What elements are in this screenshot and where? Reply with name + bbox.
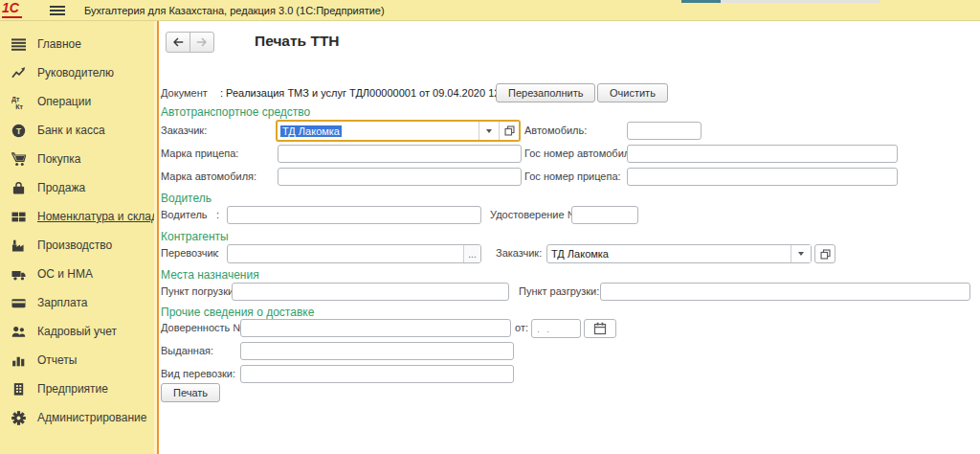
license-label: Удостоверение №: — [490, 206, 582, 224]
car-label: Автомобиль: — [524, 122, 587, 140]
sidebar-item-label: Операции — [37, 95, 91, 108]
poa-number-label: Доверенность №: — [161, 319, 247, 337]
truck-icon — [10, 267, 27, 282]
clear-button[interactable]: Очистить — [597, 83, 668, 102]
hamburger-menu-icon[interactable] — [50, 6, 65, 15]
gear-icon — [10, 411, 27, 425]
car-brand-label: Марка автомобиля: — [161, 168, 256, 186]
card-icon — [10, 296, 27, 310]
back-button[interactable] — [166, 32, 190, 53]
dt-kt-icon: ДтКт — [10, 95, 27, 109]
carrier-label: Перевозчик — [161, 244, 217, 262]
section-destinations-title: Места назначения — [161, 268, 259, 282]
sidebar-item-fixed-assets[interactable]: ОС и НМА — [0, 260, 154, 288]
selected-text: ТД Лакомка — [280, 125, 342, 137]
customer-combo-input[interactable]: ТД Лакомка — [278, 122, 479, 140]
car-input[interactable] — [627, 122, 702, 140]
sidebar-item-label: Продажа — [37, 181, 85, 194]
section-driver-title: Водитель — [161, 192, 212, 205]
carrier-field: ... — [227, 244, 481, 263]
bag-icon — [10, 181, 27, 195]
factory-icon — [10, 238, 27, 253]
page-title: Печать ТТН — [255, 33, 340, 50]
sidebar-menu: ГлавноеРуководителюДтКтОперацииТБанк и к… — [0, 21, 154, 432]
carrier-input[interactable] — [228, 245, 463, 262]
carrier-choose-button[interactable]: ... — [463, 245, 480, 262]
sidebar-item-label: Номенклатура и склад — [37, 210, 158, 223]
customer-combo-dropdown-button[interactable] — [479, 122, 499, 140]
app-window: 1С Бухгалтерия для Казахстана, редакция … — [0, 0, 980, 454]
issued-input[interactable] — [240, 342, 514, 360]
trailer-brand-input[interactable] — [278, 145, 522, 163]
sidebar-item-hr[interactable]: Кадровый учет — [0, 317, 154, 346]
building-icon — [10, 382, 27, 397]
forward-button[interactable] — [189, 32, 214, 53]
cart-icon — [10, 152, 27, 167]
form-print-ttn: Печать ТТН Документ : Реализация ТМЗ и у… — [159, 21, 980, 454]
loading-point-label: Пункт погрузки: — [161, 283, 236, 301]
customer2-combo-open-button[interactable] — [814, 244, 835, 263]
chevron-down-icon — [798, 252, 804, 256]
poa-date-calendar-button[interactable] — [584, 319, 616, 338]
unloading-point-input[interactable] — [600, 283, 970, 301]
sidebar-item-bank-cash[interactable]: ТБанк и касса — [0, 116, 154, 145]
sidebar-item-purchase[interactable]: Покупка — [0, 145, 154, 173]
trailer-gov-number-label: Гос номер прицепа: — [524, 168, 621, 186]
open-in-window-icon — [503, 125, 516, 137]
customer2-combo-input[interactable]: ТД Лакомка — [547, 245, 791, 262]
sidebar-item-label: Руководителю — [37, 66, 114, 79]
car-brand-input[interactable] — [278, 168, 522, 186]
driver-input[interactable] — [227, 206, 481, 224]
svg-text:Кт: Кт — [15, 102, 23, 108]
poa-number-input[interactable] — [240, 319, 511, 337]
customer-combo-open-button[interactable] — [499, 122, 519, 140]
coin-icon: Т — [10, 124, 27, 138]
car-gov-number-label: Гос номер автомобиля: — [524, 145, 638, 163]
sidebar-item-enterprise[interactable]: Предприятие — [0, 375, 154, 403]
sidebar-item-operations[interactable]: ДтКтОперации — [0, 87, 154, 116]
carrier-colon: : — [216, 244, 219, 262]
grid-icon — [10, 210, 27, 224]
trend-chart-icon — [10, 66, 27, 80]
1c-logo-icon: 1С — [2, 0, 22, 18]
sidebar-item-label: Покупка — [37, 152, 80, 166]
sidebar-item-label: Отчеты — [37, 353, 77, 367]
customer-label: Заказчик: — [161, 122, 207, 140]
sidebar-item-production[interactable]: Производство — [0, 231, 154, 260]
sidebar-item-nomenclature-warehouse[interactable]: Номенклатура и склад — [0, 202, 154, 231]
sidebar-item-label: Банк и касса — [37, 124, 105, 137]
loading-point-input[interactable] — [232, 283, 509, 301]
svg-text:Т: Т — [15, 125, 21, 135]
customer2-label: Заказчик: — [496, 244, 542, 262]
refill-button[interactable]: Перезаполнить — [496, 83, 595, 102]
section-vehicle-title: Автотранспортное средство — [161, 105, 310, 119]
top-edge-teal-fragment — [681, 0, 721, 3]
people-icon — [10, 325, 27, 339]
poa-date-input[interactable]: . . — [531, 319, 581, 338]
sidebar-item-home[interactable]: Главное — [0, 30, 154, 58]
license-input[interactable] — [571, 206, 638, 224]
sidebar-item-manager[interactable]: Руководителю — [0, 58, 154, 87]
unloading-point-label: Пункт разгрузки: — [519, 283, 599, 301]
print-button[interactable]: Печать — [161, 383, 220, 402]
sidebar-item-administration[interactable]: Администрирование — [0, 403, 154, 432]
sidebar-item-label: Администрирование — [37, 411, 146, 424]
customer-combo: ТД Лакомка — [276, 120, 521, 142]
trailer-gov-number-input[interactable] — [627, 168, 898, 186]
sidebar-item-sales[interactable]: Продажа — [0, 173, 154, 202]
calendar-icon — [593, 322, 607, 335]
window-title: Бухгалтерия для Казахстана, редакция 3.0… — [84, 0, 385, 21]
customer2-combo-dropdown-button[interactable] — [791, 245, 811, 262]
sidebar: ГлавноеРуководителюДтКтОперацииТБанк и к… — [0, 21, 154, 454]
document-value: : Реализация ТМЗ и услуг ТДЛ00000001 от … — [220, 84, 529, 102]
transport-type-input[interactable] — [240, 365, 514, 383]
car-gov-number-input[interactable] — [627, 145, 898, 163]
sidebar-item-reports[interactable]: Отчеты — [0, 346, 154, 375]
trailer-brand-label: Марка прицепа: — [161, 145, 238, 163]
sidebar-item-salary[interactable]: Зарплата — [0, 288, 154, 317]
sidebar-item-label: Главное — [37, 37, 81, 51]
document-label: Документ — [161, 84, 208, 102]
driver-label: Водитель — [161, 206, 208, 224]
bar-chart-icon — [10, 353, 27, 368]
sidebar-item-label: Зарплата — [37, 296, 88, 309]
